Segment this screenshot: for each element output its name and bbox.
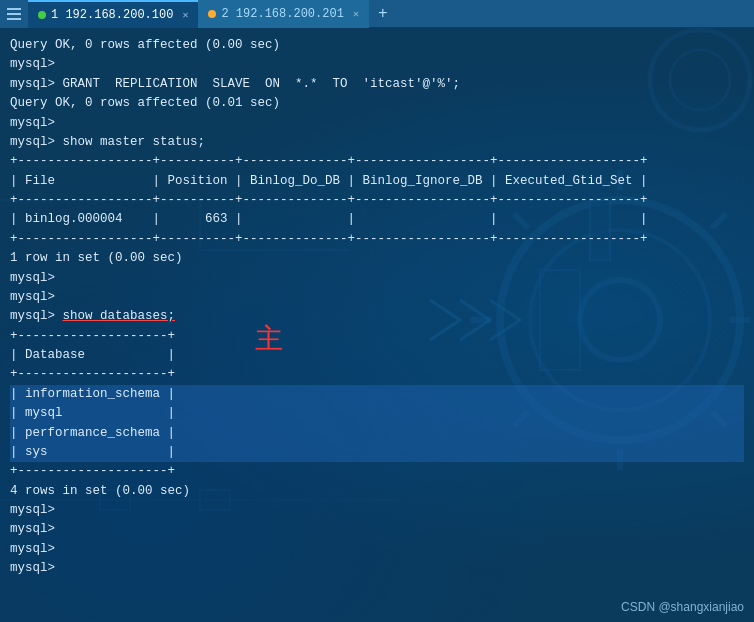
svg-rect-22	[7, 13, 21, 15]
tab-1-label: 1 192.168.200.100	[51, 8, 173, 22]
tab-2[interactable]: 2 192.168.200.201 ✕	[198, 0, 368, 28]
terminal-line-pre: Query OK, 0 rows affected (0.00 sec)	[10, 36, 744, 55]
tab-2-label: 2 192.168.200.201	[221, 7, 343, 21]
svg-rect-21	[7, 8, 21, 10]
terminal-line: mysql>	[10, 540, 744, 559]
terminal-line-pre: mysql> show databases;	[10, 307, 744, 326]
terminal-line-pre: | File | Position | Binlog_Do_DB | Binlo…	[10, 172, 744, 191]
terminal-line: +------------------+----------+---------…	[10, 191, 744, 210]
tab-1-close[interactable]: ✕	[182, 9, 188, 21]
terminal-line: +--------------------+	[10, 365, 744, 384]
terminal-line: mysql> GRANT REPLICATION SLAVE ON *.* TO…	[10, 75, 744, 94]
terminal-line-pre: mysql>	[10, 55, 744, 74]
terminal-area[interactable]: Query OK, 0 rows affected (0.00 sec)mysq…	[0, 28, 754, 622]
terminal-line-pre: | mysql |	[10, 404, 744, 423]
terminal-line: | File | Position | Binlog_Do_DB | Binlo…	[10, 172, 744, 191]
terminal-line: +------------------+----------+---------…	[10, 230, 744, 249]
terminal-line: 4 rows in set (0.00 sec)	[10, 482, 744, 501]
terminal-line: Query OK, 0 rows affected (0.00 sec)	[10, 36, 744, 55]
terminal-line-pre: 4 rows in set (0.00 sec)	[10, 482, 744, 501]
terminal-line-pre: +--------------------+	[10, 327, 744, 346]
tab-bar: 1 192.168.200.100 ✕ 2 192.168.200.201 ✕ …	[0, 0, 754, 28]
terminal-line: +--------------------+	[10, 327, 744, 346]
terminal-line-pre: | binlog.000004 | 663 | | | |	[10, 210, 744, 229]
terminal-line: | Database |	[10, 346, 744, 365]
tab-2-close[interactable]: ✕	[353, 8, 359, 20]
terminal-line: mysql> show master status;	[10, 133, 744, 152]
terminal-line: mysql>	[10, 559, 744, 578]
terminal-line-pre: mysql>	[10, 540, 744, 559]
terminal-output: Query OK, 0 rows affected (0.00 sec)mysq…	[10, 36, 744, 579]
terminal-line-pre: Query OK, 0 rows affected (0.01 sec)	[10, 94, 744, 113]
terminal-line: mysql> show databases;	[10, 307, 744, 326]
svg-rect-23	[7, 18, 21, 20]
terminal-line-pre: +------------------+----------+---------…	[10, 152, 744, 171]
terminal-line: | binlog.000004 | 663 | | | |	[10, 210, 744, 229]
terminal-line-pre: | information_schema |	[10, 385, 744, 404]
terminal-line-pre: | sys |	[10, 443, 744, 462]
terminal-line-pre: +--------------------+	[10, 365, 744, 384]
tab-1-dot	[38, 11, 46, 19]
tab-1[interactable]: 1 192.168.200.100 ✕	[28, 0, 198, 28]
terminal-line: +--------------------+	[10, 462, 744, 481]
terminal-line-pre: mysql> GRANT REPLICATION SLAVE ON *.* TO…	[10, 75, 744, 94]
terminal-line-pre: 1 row in set (0.00 sec)	[10, 249, 744, 268]
terminal-line: | information_schema |	[10, 385, 744, 404]
terminal-line: mysql>	[10, 55, 744, 74]
terminal-line: Query OK, 0 rows affected (0.01 sec)	[10, 94, 744, 113]
terminal-line: | mysql |	[10, 404, 744, 423]
terminal-line: mysql>	[10, 288, 744, 307]
tab-2-dot	[208, 10, 216, 18]
terminal-line-pre: | performance_schema |	[10, 424, 744, 443]
tab-bar-icon	[0, 0, 28, 28]
terminal-line-pre: +------------------+----------+---------…	[10, 230, 744, 249]
terminal-line: +------------------+----------+---------…	[10, 152, 744, 171]
watermark: CSDN @shangxianjiao	[621, 600, 744, 614]
terminal-line-pre: +--------------------+	[10, 462, 744, 481]
terminal-line: mysql>	[10, 114, 744, 133]
terminal-line-pre: mysql>	[10, 520, 744, 539]
terminal-line: mysql>	[10, 501, 744, 520]
terminal-line-pre: | Database |	[10, 346, 744, 365]
terminal-line: mysql>	[10, 520, 744, 539]
terminal-line-pre: mysql>	[10, 269, 744, 288]
terminal-line-pre: mysql>	[10, 501, 744, 520]
terminal-line: 1 row in set (0.00 sec)	[10, 249, 744, 268]
terminal-line: mysql>	[10, 269, 744, 288]
tab-add-button[interactable]: +	[371, 2, 395, 26]
terminal-line-pre: mysql>	[10, 559, 744, 578]
terminal-line-pre: +------------------+----------+---------…	[10, 191, 744, 210]
terminal-line-pre: mysql>	[10, 288, 744, 307]
terminal-line: | sys |	[10, 443, 744, 462]
terminal-line: | performance_schema |	[10, 424, 744, 443]
terminal-line-pre: mysql>	[10, 114, 744, 133]
terminal-line-pre: mysql> show master status;	[10, 133, 744, 152]
